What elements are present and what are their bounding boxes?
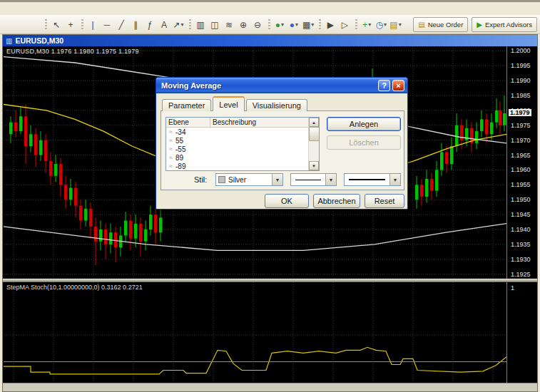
periods-button[interactable]: ◷▾ [374,18,388,32]
color-combo-value: Silver [228,176,246,184]
toolbar-group: |─╱∥ƒA↗▾ [81,18,187,32]
level-row[interactable]: ≈89 [166,153,308,162]
fibonacci-retracement-button[interactable]: ƒ [143,18,157,32]
profiles-button[interactable]: ●▾ [287,18,301,32]
zoom-out-button[interactable]: ⊖ [250,18,265,32]
anlegen-button[interactable]: Anlegen [327,117,401,131]
chart-window-title: EURUSD,M30 [15,36,63,45]
equidistant-channel-button[interactable]: ∥ [128,18,143,32]
neue-order-button[interactable]: ▤ Neue Order [413,17,468,32]
vertical-line-button[interactable]: | [86,18,100,32]
price-axis-label: 1.1940 [511,226,531,233]
auto-scroll-button[interactable]: ▶ [323,18,337,32]
list-body: ≈-34≈55≈-55≈89≈-89 [166,128,308,170]
list-header: Ebene Beschreibung [166,118,319,128]
help-button[interactable]: ? [378,80,390,91]
ok-button[interactable]: OK [265,194,309,208]
arrow-objects-icon: ↗ [173,21,180,29]
crosshair-button[interactable]: + [63,18,78,32]
expert-advisors-button[interactable]: ▶ Expert Advisors [472,17,537,32]
window-splitter[interactable] [3,279,537,282]
color-combo[interactable]: Silver ▼ [215,173,283,186]
toolbar-group: ▶▷ [318,18,353,32]
indicator-plot[interactable]: StepMA Stoch(10,1.00000000,0) 0.3162 0.2… [4,282,506,383]
dialog-titlebar[interactable]: Moving Average ? × [156,78,407,93]
dialog-title: Moving Average [161,81,376,90]
expert-advisors-label: Expert Advisors [485,21,532,29]
chevron-down-icon[interactable]: ▼ [272,174,282,185]
scroll-up-icon[interactable]: ▲ [309,118,319,127]
level-row[interactable]: ≈-55 [166,145,308,153]
chevron-down-icon[interactable]: ▼ [325,174,336,185]
chart-window-titlebar[interactable]: ▥ EURUSD,M30 [3,35,537,46]
indicators-button[interactable]: +▾ [360,18,374,32]
bar-chart-button[interactable]: ▥ [193,18,208,32]
line-chart-icon: ≋ [225,21,233,29]
chevron-down-icon[interactable]: ▾ [295,21,298,28]
chart-shift-icon: ▷ [342,21,348,29]
trendline-button[interactable]: ╱ [114,18,128,32]
chevron-down-icon[interactable]: ▾ [311,21,314,28]
candlestick-chart-button[interactable]: ◫ [208,18,222,32]
chevron-down-icon[interactable]: ▾ [384,21,387,28]
scroll-down-icon[interactable]: ▼ [309,161,319,170]
price-axis-label: 1.1970 [511,137,531,144]
price-axis-label: 1.1965 [511,152,531,159]
new-chart-icon: ● [275,21,280,29]
level-tab-panel: Ebene Beschreibung ≈-34≈55≈-55≈89≈-89 ▲ … [161,110,404,190]
cursor-button[interactable]: ↖ [49,18,63,32]
levels-list[interactable]: Ebene Beschreibung ≈-34≈55≈-55≈89≈-89 ▲ … [165,117,320,171]
templates-button[interactable]: ▤▾ [388,18,402,32]
loeschen-button[interactable]: Löschen [327,135,401,150]
column-header-ebene: Ebene [166,118,210,127]
price-axis-label: 1.1985 [511,92,531,99]
horizontal-line-button[interactable]: ─ [100,18,114,32]
expert-advisors-icon: ▶ [477,21,482,29]
chart-shift-button[interactable]: ▷ [337,18,352,32]
line-width-combo[interactable]: ▼ [344,173,401,186]
toolbar-group: +▾◷▾▤▾ [355,18,404,32]
level-wave-icon: ≈ [166,146,175,153]
scroll-thumb[interactable] [309,127,320,141]
print-button[interactable]: ▦▾ [301,18,315,32]
chevron-down-icon[interactable]: ▾ [399,21,402,28]
line-chart-button[interactable]: ≋ [222,18,236,32]
candlestick-chart-icon: ◫ [210,21,218,29]
reset-button[interactable]: Reset [365,194,404,208]
level-value: -34 [175,128,210,136]
chevron-down-icon[interactable]: ▾ [181,21,184,28]
chevron-down-icon[interactable]: ▾ [281,21,284,28]
price-axis-label: 1.1950 [511,196,531,203]
arrow-objects-button[interactable]: ↗▾ [171,18,185,32]
level-value: -89 [175,163,210,170]
line-style-combo[interactable]: ▼ [290,173,337,186]
tab-visualisierung[interactable]: Visualisierung [246,99,307,111]
indicators-icon: + [362,21,367,29]
text-button[interactable]: A [157,18,171,32]
level-row[interactable]: ≈55 [166,136,308,145]
trendline-icon: ╱ [118,21,123,29]
level-row[interactable]: ≈-89 [166,162,308,170]
tab-level[interactable]: Level [213,96,244,111]
close-button[interactable]: × [392,80,404,91]
color-swatch [218,176,225,183]
new-chart-button[interactable]: ●▾ [272,18,287,32]
level-row[interactable]: ≈-34 [166,128,308,136]
indicator-label: StepMA Stoch(10,1.00000000,0) 0.3162 0.2… [6,284,143,291]
ohlc-info: EURUSD,M30 1.1976 1.1980 1.1975 1.1979 [6,48,139,55]
line-style-sample [295,180,321,180]
level-wave-icon: ≈ [166,129,175,135]
list-scrollbar[interactable]: ▲ ▼ [308,118,319,170]
chevron-down-icon[interactable]: ▼ [389,174,400,185]
indicator-canvas[interactable] [4,282,506,383]
level-value: 89 [175,154,210,162]
abbrechen-button[interactable]: Abbrechen [313,194,360,208]
level-wave-icon: ≈ [166,138,175,144]
tab-parameter[interactable]: Parameter [162,99,211,111]
level-wave-icon: ≈ [166,155,175,161]
column-header-beschreibung: Beschreibung [210,118,319,127]
chevron-down-icon[interactable]: ▾ [368,21,371,28]
fibonacci-retracement-icon: ƒ [148,21,153,29]
zoom-in-button[interactable]: ⊕ [236,18,250,32]
indicator-axis-label: 1 [511,284,514,292]
